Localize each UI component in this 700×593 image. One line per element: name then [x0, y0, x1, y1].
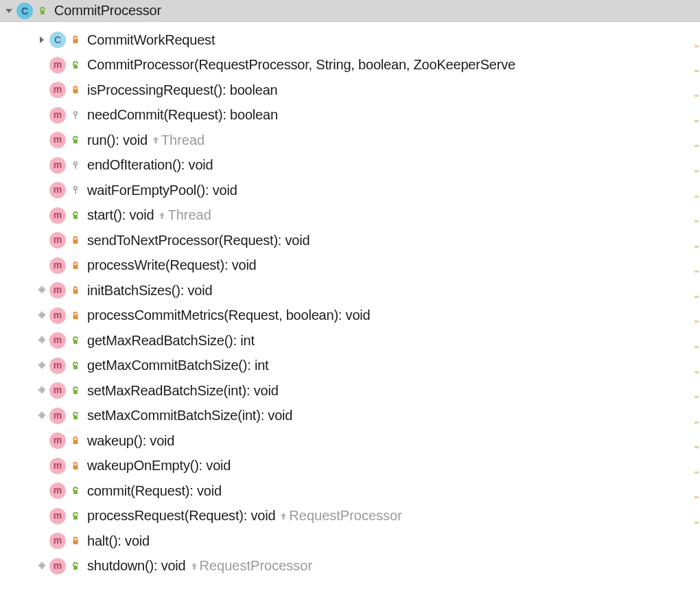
member-label: waitForEmptyPool(): void — [87, 183, 237, 198]
visibility-private-icon — [68, 32, 83, 47]
visibility-private-icon — [68, 458, 83, 474]
inherit-class: Thread — [167, 207, 211, 223]
member-row[interactable]: mwaitForEmptyPool(): void — [0, 178, 700, 203]
expand-toggle[interactable] — [36, 34, 48, 46]
method-icon: m — [49, 307, 66, 324]
member-row[interactable]: misProcessingRequest(): boolean — [0, 78, 700, 103]
svg-rect-35 — [73, 515, 78, 520]
member-label: processCommitMetrics(Request, boolean): … — [87, 307, 370, 323]
class-name: CommitProcessor — [54, 3, 161, 19]
method-icon: m — [49, 558, 66, 574]
structure-tree: CCommitWorkRequestmCommitProcessor(Reque… — [0, 22, 700, 579]
method-icon: m — [49, 57, 66, 73]
member-label: setMaxCommitBatchSize(int): void — [87, 408, 292, 423]
method-icon: m — [49, 157, 66, 174]
svg-rect-5 — [75, 115, 76, 119]
method-icon: m — [49, 232, 66, 248]
member-label: getMaxReadBatchSize(): int — [87, 333, 255, 349]
method-icon: m — [49, 207, 66, 224]
member-row[interactable]: mendOfIteration(): void — [0, 153, 700, 178]
member-row[interactable]: mCommitProcessor(RequestProcessor, Strin… — [0, 53, 700, 78]
member-row[interactable]: msetMaxReadBatchSize(int): void — [0, 378, 700, 404]
visibility-public-icon — [68, 358, 83, 373]
visibility-public-icon — [68, 483, 83, 498]
member-row[interactable]: mneedCommit(Request): boolean — [0, 103, 700, 128]
svg-point-9 — [74, 187, 78, 190]
method-icon: m — [49, 182, 66, 198]
expand-toggle[interactable] — [3, 5, 15, 17]
svg-rect-32 — [73, 440, 78, 444]
svg-rect-12 — [73, 240, 78, 244]
svg-rect-28 — [73, 390, 78, 394]
method-icon: m — [49, 382, 66, 399]
inherit-indicator: Thread — [152, 132, 205, 148]
svg-rect-13 — [73, 265, 78, 269]
class-icon: C — [49, 32, 66, 48]
visibility-public-icon — [68, 132, 83, 148]
svg-rect-22 — [73, 340, 78, 344]
member-row[interactable]: mstart(): voidThread — [0, 203, 700, 229]
visibility-private-icon — [68, 283, 83, 298]
member-row[interactable]: mprocessWrite(Request): void — [0, 253, 700, 279]
visibility-private-icon — [68, 82, 83, 97]
visibility-public-icon — [68, 408, 83, 423]
svg-rect-0 — [40, 10, 45, 14]
gutter-marker-icon — [37, 360, 47, 370]
svg-rect-3 — [73, 89, 78, 93]
gutter-marker-icon — [37, 310, 47, 320]
member-row[interactable]: mprocessRequest(Request): voidRequestPro… — [0, 504, 700, 529]
member-row[interactable]: mcommit(Request): void — [0, 478, 700, 504]
class-icon: C — [16, 3, 33, 19]
member-row[interactable]: mgetMaxReadBatchSize(): int — [0, 328, 700, 353]
member-row[interactable]: minitBatchSizes(): void — [0, 278, 700, 303]
member-label: halt(): void — [87, 533, 150, 549]
member-row[interactable]: mrun(): voidThread — [0, 128, 700, 153]
visibility-public-icon — [68, 509, 83, 524]
member-label: isProcessingRequest(): boolean — [87, 82, 278, 98]
method-icon: m — [49, 332, 66, 349]
member-row[interactable]: mhalt(): void — [0, 528, 700, 554]
visibility-public-icon — [68, 333, 83, 348]
visibility-public-icon — [35, 3, 50, 19]
method-icon: m — [49, 282, 66, 299]
member-row[interactable]: CCommitWorkRequest — [0, 27, 700, 53]
member-label: processRequest(Request): void — [87, 508, 275, 524]
visibility-private-icon — [68, 533, 83, 548]
gutter-marker-icon — [37, 285, 47, 294]
gutter-marker-icon — [37, 561, 47, 570]
svg-rect-6 — [73, 139, 78, 143]
member-row[interactable]: mwakeup(): void — [0, 428, 700, 454]
gutter-marker-icon — [37, 335, 47, 345]
svg-point-7 — [74, 161, 78, 165]
method-icon: m — [49, 458, 66, 474]
member-label: wakeup(): void — [87, 433, 174, 449]
member-row[interactable]: msetMaxCommitBatchSize(int): void — [0, 404, 700, 429]
member-label: sendToNextProcessor(Request): void — [87, 233, 310, 248]
method-icon: m — [49, 508, 66, 524]
inherit-class: RequestProcessor — [289, 508, 402, 524]
member-label: CommitWorkRequest — [87, 32, 215, 48]
svg-rect-8 — [75, 165, 76, 169]
svg-rect-34 — [73, 490, 78, 494]
member-row[interactable]: mgetMaxCommitBatchSize(): int — [0, 353, 700, 379]
visibility-package-icon — [68, 108, 83, 123]
visibility-private-icon — [68, 433, 83, 448]
member-row[interactable]: mwakeupOnEmpty(): void — [0, 454, 700, 479]
svg-rect-11 — [73, 215, 78, 219]
member-label: start(): void — [87, 207, 154, 223]
svg-rect-1 — [73, 39, 78, 43]
member-row[interactable]: msendToNextProcessor(Request): void — [0, 228, 700, 253]
svg-rect-16 — [73, 290, 78, 294]
visibility-public-icon — [68, 559, 83, 574]
method-icon: m — [49, 358, 66, 374]
member-label: initBatchSizes(): void — [87, 283, 212, 299]
method-icon: m — [49, 82, 66, 98]
inherit-class: RequestProcessor — [200, 558, 313, 574]
visibility-package-icon — [68, 158, 83, 173]
svg-point-4 — [74, 111, 78, 115]
svg-rect-36 — [73, 540, 78, 544]
member-label: endOfIteration(): void — [87, 157, 213, 173]
member-row[interactable]: mprocessCommitMetrics(Request, boolean):… — [0, 303, 700, 329]
member-row[interactable]: mshutdown(): voidRequestProcessor — [0, 554, 700, 579]
inherit-indicator: Thread — [158, 207, 211, 223]
